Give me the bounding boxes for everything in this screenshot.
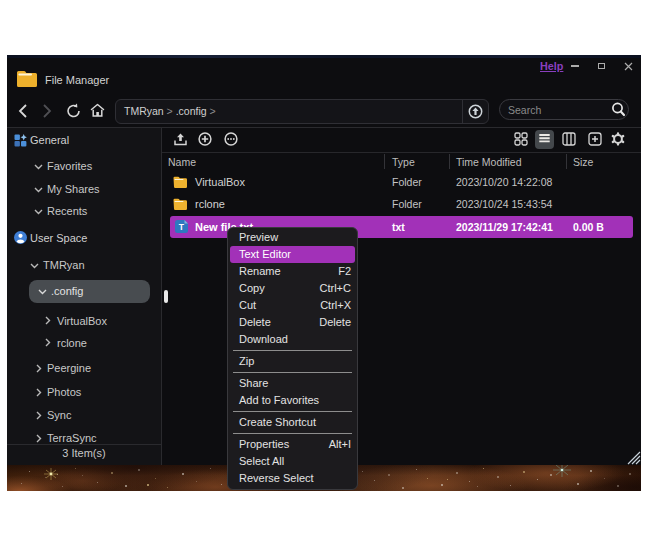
svg-text:T: T xyxy=(179,222,185,232)
